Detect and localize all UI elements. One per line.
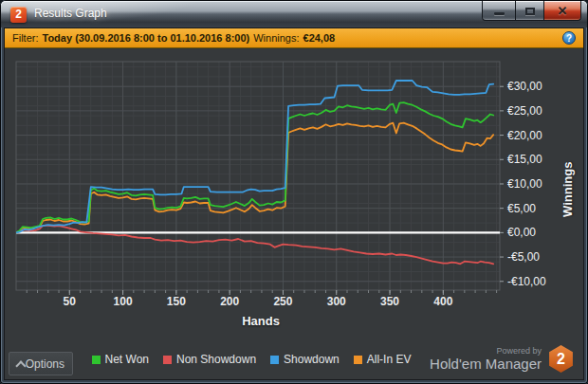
net-won-swatch-icon — [92, 356, 101, 364]
maximize-icon — [525, 8, 535, 15]
options-button-label: Options — [26, 357, 64, 371]
chart-plot: 50100150200250300350400€30,00€25,00€20,0… — [7, 49, 581, 311]
showdown-swatch-icon — [270, 356, 279, 364]
y-axis-title: Winnings — [560, 104, 575, 275]
filter-range: Today (30.09.2016 8:00 to 01.10.2016 8:0… — [43, 32, 250, 44]
close-icon: ✕ — [558, 2, 568, 20]
legend-label: Showdown — [284, 353, 340, 366]
legend-item-net-won: Net Won — [92, 353, 149, 366]
x-tick-label: 250 — [273, 295, 292, 308]
x-tick-label: 300 — [327, 295, 346, 308]
winnings-label: Winnings: — [253, 32, 299, 44]
allin-ev-swatch-icon — [354, 356, 362, 364]
hm2-hexagon-logo-icon: 2 — [548, 345, 574, 373]
window-client-area: Filter: Today (30.09.2016 8:00 to 01.10.… — [4, 27, 584, 380]
window-controls: ✕ — [482, 1, 581, 21]
y-tick-label: -€10,00 — [507, 275, 546, 288]
legend-label: Net Won — [105, 353, 149, 366]
powered-by-block: Powered by Hold'em Manager 2 — [430, 345, 574, 373]
x-tick-label: 350 — [380, 295, 399, 308]
y-tick-label: €5,00 — [507, 202, 536, 215]
legend-item-allin-ev: All-In EV — [354, 353, 412, 366]
y-tick-label: €30,00 — [507, 80, 542, 93]
chevron-up-icon — [17, 362, 18, 367]
minimize-icon — [494, 12, 505, 15]
close-button[interactable]: ✕ — [544, 1, 581, 21]
y-tick-label: -€5,00 — [507, 250, 540, 264]
desktop-background: 2 Results Graph ✕ Filter: Today (30.09.2… — [0, 0, 588, 384]
maximize-button[interactable] — [516, 1, 544, 21]
legend-item-non-showdown: Non Showdown — [163, 353, 256, 366]
filter-label: Filter: — [12, 32, 39, 44]
powered-by-text: Powered by — [430, 346, 542, 356]
x-tick-label: 100 — [114, 295, 133, 308]
legend-label: All-In EV — [367, 353, 412, 366]
y-tick-label: €0,00 — [507, 226, 536, 239]
y-tick-label: €25,00 — [507, 104, 542, 118]
x-tick-label: 150 — [167, 295, 186, 308]
non-showdown-swatch-icon — [163, 356, 172, 364]
y-tick-label: €20,00 — [507, 129, 542, 142]
info-icon[interactable]: ? — [562, 31, 576, 45]
legend-item-showdown: Showdown — [270, 353, 340, 366]
winnings-value: €24,08 — [303, 32, 336, 44]
title-bar[interactable]: 2 Results Graph ✕ — [1, 1, 587, 27]
x-tick-label: 200 — [220, 295, 239, 308]
options-button[interactable]: Options — [9, 352, 73, 375]
y-tick-label: €10,00 — [507, 177, 542, 191]
x-axis-title: Hands — [5, 314, 517, 328]
hm2-app-icon: 2 — [10, 7, 27, 23]
y-tick-label: €15,00 — [507, 153, 542, 166]
legend-label: Non Showdown — [176, 353, 256, 366]
chart-legend: Net Won Non Showdown Showdown All-In EV — [62, 352, 441, 367]
holdem-manager-text: Hold'em Manager — [430, 356, 542, 372]
window-title: Results Graph — [34, 7, 107, 20]
filter-bar[interactable]: Filter: Today (30.09.2016 8:00 to 01.10.… — [5, 28, 583, 48]
minimize-button[interactable] — [482, 1, 516, 21]
results-graph-window: 2 Results Graph ✕ Filter: Today (30.09.2… — [0, 0, 588, 384]
x-tick-label: 50 — [64, 295, 77, 308]
results-graph-chart: 50100150200250300350400€30,00€25,00€20,0… — [5, 49, 583, 379]
x-tick-label: 400 — [433, 295, 452, 308]
